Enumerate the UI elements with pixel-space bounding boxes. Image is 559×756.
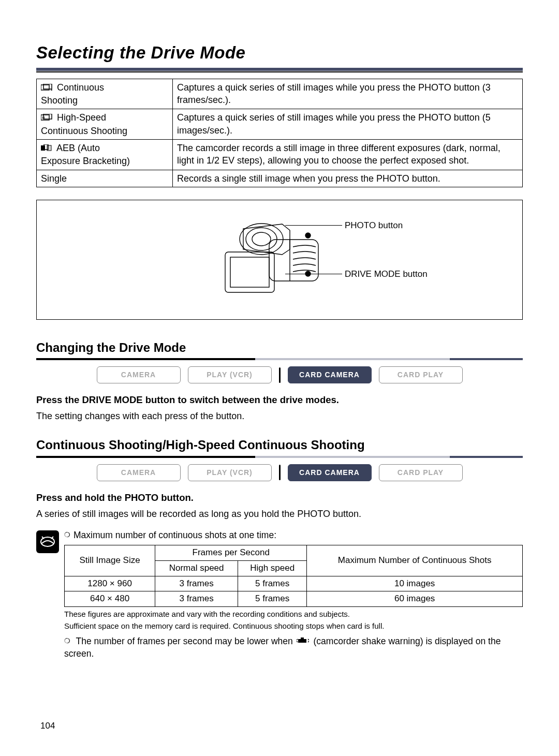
pill-camera: CAMERA	[97, 366, 181, 383]
table-row: 1280 × 960 3 frames 5 frames 10 images	[65, 576, 523, 591]
continuous-shots-table: Still Image Size Frames per Second Maxim…	[64, 545, 523, 607]
table-row: AEB (Auto Exposure Bracketing) The camco…	[37, 139, 523, 170]
mode-desc: Captures a quick series of still images …	[172, 79, 522, 109]
pill-card-camera: CARD CAMERA	[288, 366, 372, 383]
note-icon	[36, 530, 59, 553]
cell-max: 60 images	[307, 591, 523, 607]
th-fps: Frames per Second	[155, 545, 307, 560]
aeb-icon	[41, 142, 52, 155]
shake-warning-icon	[297, 635, 309, 648]
pill-card-play: CARD PLAY	[379, 464, 463, 481]
shake-pre: The number of frames per second may be l…	[76, 636, 296, 646]
cell-max: 10 images	[307, 576, 523, 591]
drive-mode-button-label: DRIVE MODE button	[345, 269, 428, 280]
cell-high: 5 frames	[238, 576, 307, 591]
body-continuous: A series of still images will be recorde…	[36, 508, 523, 520]
cell-size: 1280 × 960	[65, 576, 155, 591]
note-shake: The number of frames per second may be l…	[64, 635, 523, 660]
mode-name: AEB (Auto	[56, 143, 100, 153]
callout-line	[285, 274, 342, 274]
mode-pills: CAMERA PLAY (VCR) CARD CAMERA CARD PLAY	[36, 464, 523, 481]
page-title: Selecting the Drive Mode	[36, 41, 523, 65]
note-block: Maximum number of continuous shots at on…	[36, 529, 523, 660]
svg-point-11	[252, 232, 271, 246]
section-rule	[36, 358, 523, 360]
pill-play-vcr: PLAY (VCR)	[188, 464, 272, 481]
instruction-change: Press the DRIVE MODE button to switch be…	[36, 394, 523, 407]
table-row: Single Records a single still image when…	[37, 170, 523, 187]
svg-point-17	[41, 537, 54, 546]
section-heading-change: Changing the Drive Mode	[36, 339, 523, 356]
fine-print-1: These figures are approximate and vary w…	[64, 609, 523, 619]
title-rule-thin	[36, 71, 523, 72]
note-intro: Maximum number of continuous shots at on…	[64, 529, 523, 542]
table-row: 640 × 480 3 frames 5 frames 60 images	[65, 591, 523, 607]
cell-high: 5 frames	[238, 591, 307, 607]
cell-size: 640 × 480	[65, 591, 155, 607]
cell-normal: 3 frames	[155, 591, 238, 607]
th-max: Maximum Number of Continuous Shots	[307, 545, 523, 576]
camcorder-diagram: PHOTO button DRIVE MODE button	[36, 200, 523, 320]
pill-card-camera: CARD CAMERA	[288, 464, 372, 481]
th-normal: Normal speed	[155, 560, 238, 576]
mode-pills: CAMERA PLAY (VCR) CARD CAMERA CARD PLAY	[36, 366, 523, 383]
mode-name: High-Speed	[57, 112, 106, 123]
th-high: High speed	[238, 560, 307, 576]
mode-name: Single	[41, 173, 67, 184]
mode-name: Continuous	[57, 82, 104, 93]
photo-button-label: PHOTO button	[345, 220, 403, 232]
callout-line	[285, 225, 342, 226]
fine-print-2: Sufficient space on the memory card is r…	[64, 621, 523, 631]
body-change: The setting changes with each press of t…	[36, 410, 523, 422]
mode-desc: Captures a quick series of still images …	[172, 109, 522, 140]
table-row: H High-Speed Continuous Shooting Capture…	[37, 109, 523, 140]
instruction-continuous: Press and hold the PHOTO button.	[36, 492, 523, 505]
mode-desc: Records a single still image when you pr…	[172, 170, 522, 187]
svg-rect-13	[225, 252, 274, 292]
section-heading-continuous: Continuous Shooting/High-Speed Continuou…	[36, 437, 523, 453]
drive-modes-table: Continuous Shooting Captures a quick ser…	[36, 79, 523, 187]
pill-separator	[279, 465, 281, 480]
mode-name: Continuous Shooting	[41, 126, 127, 136]
pill-play-vcr: PLAY (VCR)	[188, 366, 272, 383]
svg-rect-14	[230, 257, 269, 287]
mode-name: Shooting	[41, 95, 78, 106]
pill-separator	[279, 367, 281, 383]
pill-card-play: CARD PLAY	[379, 366, 463, 383]
svg-point-10	[246, 228, 277, 250]
svg-text:H: H	[42, 115, 45, 120]
cell-normal: 3 frames	[155, 576, 238, 591]
continuous-icon	[41, 82, 52, 94]
svg-point-15	[305, 233, 311, 238]
table-row: Continuous Shooting Captures a quick ser…	[37, 79, 523, 109]
mode-desc: The camcorder records a still image in t…	[172, 139, 522, 170]
section-rule	[36, 456, 523, 458]
svg-rect-8	[47, 145, 51, 151]
title-rule	[36, 68, 523, 71]
mode-name: Exposure Bracketing)	[41, 156, 130, 166]
high-speed-icon: H	[41, 112, 52, 124]
th-size: Still Image Size	[65, 545, 155, 576]
pill-camera: CAMERA	[97, 464, 181, 481]
